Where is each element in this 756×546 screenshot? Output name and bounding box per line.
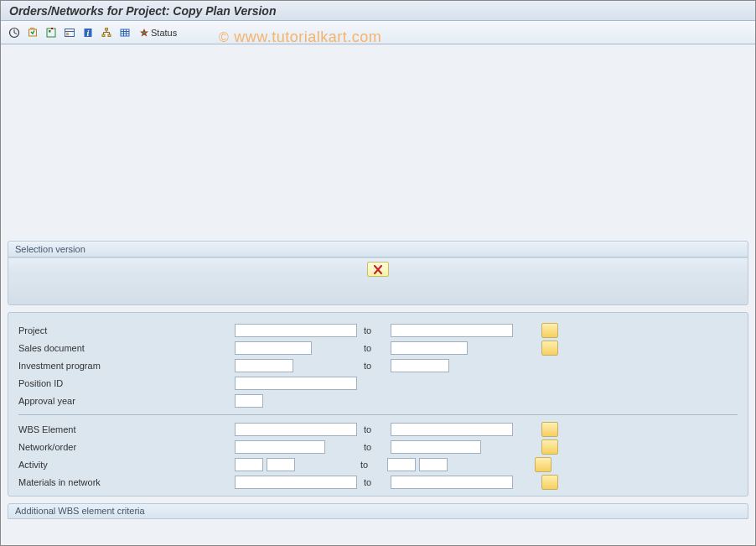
status-label: Status [151,28,177,38]
selection-version-header: Selection version [8,242,748,257]
blank-space [8,44,748,241]
label-materials: Materials in network [18,477,235,487]
status-button[interactable]: Status [135,24,181,41]
label-sales-document: Sales document [18,343,235,353]
info-icon[interactable]: i [80,24,96,41]
network-multi-button[interactable] [541,439,558,455]
svg-rect-17 [121,29,129,36]
svg-rect-5 [49,30,51,33]
project-from-input[interactable] [235,324,357,337]
sales-from-input[interactable] [235,341,312,355]
inv-prog-from-input[interactable] [235,359,293,372]
svg-rect-4 [47,29,55,37]
inv-prog-to-input[interactable] [391,359,449,372]
svg-rect-14 [106,28,108,30]
wbs-multi-button[interactable] [541,422,558,437]
network-to-input[interactable] [391,440,481,454]
svg-rect-15 [102,34,105,37]
to-label: to [357,325,391,335]
content-area: Selection version Project to Sales docum… [1,44,755,545]
toolbar: i Status [1,21,755,44]
grid-icon[interactable] [117,24,133,41]
label-wbs-element: WBS Element [18,424,235,434]
svg-line-2 [14,33,17,34]
activity-to-b-input[interactable] [419,458,448,471]
title-bar: Orders/Networks for Project: Copy Plan V… [1,1,755,21]
project-to-input[interactable] [391,324,513,337]
divider [18,414,738,415]
wbs-to-input[interactable] [391,423,513,436]
approval-year-input[interactable] [235,394,263,408]
materials-to-input[interactable] [391,476,513,489]
svg-text:i: i [87,28,90,37]
network-from-input[interactable] [235,440,325,454]
to-label: to [357,442,391,452]
activity-multi-button[interactable] [535,457,551,472]
page-title: Orders/Networks for Project: Copy Plan V… [9,4,276,18]
label-approval-year: Approval year [18,396,235,406]
label-investment-program: Investment program [18,361,235,371]
dynamic-selections-icon[interactable] [61,24,78,41]
activity-from-a-input[interactable] [235,458,263,471]
activity-to-a-input[interactable] [387,458,416,471]
sales-multi-button[interactable] [541,341,558,356]
main-selection-form: Project to Sales document to Investment … [8,312,748,497]
project-multi-button[interactable] [541,323,558,338]
sales-to-input[interactable] [391,341,468,355]
svg-rect-10 [66,33,69,34]
cancel-button[interactable] [367,262,389,277]
materials-multi-button[interactable] [541,475,558,490]
to-label: to [357,361,391,371]
label-activity: Activity [18,460,235,470]
db-profile-icon[interactable] [43,24,60,41]
selection-version-group: Selection version [8,241,748,305]
to-label: to [357,424,391,434]
position-id-input[interactable] [235,377,357,390]
label-network-order: Network/order [18,442,235,452]
to-label: to [357,477,391,487]
svg-rect-16 [108,34,111,37]
hierarchy-icon[interactable] [98,24,115,41]
to-label: to [354,460,387,470]
wbs-from-input[interactable] [235,423,357,436]
to-label: to [357,343,391,353]
label-project: Project [18,325,235,335]
additional-wbs-header: Additional WBS element criteria [8,503,748,519]
svg-rect-11 [66,34,69,35]
execute-icon[interactable] [6,24,23,41]
get-variant-icon[interactable] [24,24,41,41]
activity-from-b-input[interactable] [267,458,295,471]
materials-from-input[interactable] [235,476,357,489]
label-position-id: Position ID [18,378,235,388]
